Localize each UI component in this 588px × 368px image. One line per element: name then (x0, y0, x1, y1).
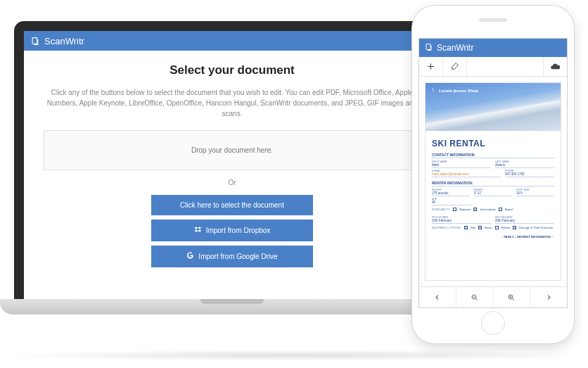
gdrive-button-label: Import from Google Drive (198, 253, 277, 260)
last-name-value: Adams (495, 163, 554, 168)
svg-rect-0 (32, 37, 37, 44)
height-value: 5' 11" (474, 191, 512, 196)
dropbox-button-label: Import from Dropbox (206, 227, 271, 234)
section-contact: CONTACT INFORMATION: (432, 153, 554, 158)
phone-app-name: ScanWritr (437, 43, 473, 53)
document-hero: Lorem Ipsum Shop (426, 83, 561, 131)
phone-screen: ScanWritr Lorem Ipsum Shop (418, 38, 568, 308)
ability-label: SKIING ABILITY: (432, 208, 450, 211)
dropbox-icon (194, 226, 202, 235)
phone-bottom-toolbar (419, 286, 567, 307)
opt-helmet: Helmet (501, 226, 511, 229)
cloud-button[interactable] (543, 57, 567, 76)
opt-boots: Boots (485, 226, 492, 229)
foot-value: 10.5 (516, 191, 554, 196)
scanwritr-logo-icon (31, 37, 40, 46)
document-viewport[interactable]: Lorem Ipsum Shop SKI RENTAL CONTACT INFO… (419, 77, 567, 286)
checkbox-expert (499, 208, 502, 211)
scanwritr-logo-icon (425, 43, 433, 53)
document-body: SKI RENTAL CONTACT INFORMATION: FIRST NA… (426, 131, 561, 243)
dropzone[interactable]: Drop your document here. (44, 130, 421, 170)
import-buttons: Click here to select the document Import… (44, 195, 421, 267)
import-dropbox-button[interactable]: Import from Dropbox (151, 220, 313, 241)
phone-value: 347 354 1750 (505, 172, 554, 177)
laptop-screen: ScanWritr Select your document Click any… (24, 31, 440, 299)
phone-app-header: ScanWritr (419, 39, 567, 57)
hero-brand-text: Lorem Ipsum Shop (439, 88, 478, 93)
checkbox-protection: ✕ (513, 226, 516, 229)
laptop-base (0, 299, 464, 315)
select-button-label: Click here to select the document (180, 201, 284, 209)
laptop-device: ScanWritr Select your document Click any… (14, 21, 450, 315)
phone-toolbar (419, 57, 567, 77)
add-button[interactable] (419, 57, 443, 76)
page-title: Select your document (44, 63, 421, 77)
opt-skis: Skis (471, 226, 476, 229)
zoom-in-button[interactable] (494, 287, 531, 307)
or-separator: Or (44, 179, 421, 186)
app-name: ScanWritr (44, 36, 84, 46)
weight-value: 175 pounds (432, 191, 470, 196)
page-2-link: PAGE 2 – PAYMENT INFORMATION → (432, 235, 554, 239)
prev-page-button[interactable] (419, 287, 456, 307)
checkbox-intermediate: ✕ (473, 208, 477, 211)
checkbox-skis: ✕ (464, 226, 468, 229)
document-preview: Lorem Ipsum Shop SKI RENTAL CONTACT INFO… (425, 82, 561, 281)
equip-label: EQUIPMENT & OPTIONS: (432, 227, 461, 229)
age-value: 45 (432, 201, 472, 205)
pickup-value: 15th February (432, 219, 491, 224)
section-renter: RENTER INFORMATION: (432, 181, 554, 186)
laptop-bezel: ScanWritr Select your document Click any… (14, 21, 450, 299)
document-title: SKI RENTAL (432, 139, 554, 148)
google-icon (186, 252, 194, 261)
opt-expert: Expert (505, 208, 513, 211)
checkbox-boots: ✕ (478, 226, 482, 229)
app-header: ScanWritr (24, 31, 440, 51)
email-value: mark.adams@vanaia.com (432, 172, 501, 177)
erase-button[interactable] (443, 57, 467, 76)
opt-intermediate: Intermediate (480, 208, 495, 211)
hero-brand: Lorem Ipsum Shop (430, 87, 556, 94)
checkbox-helmet (495, 226, 499, 229)
return-value: 25th February (495, 219, 554, 224)
page-description: Click any of the buttons below to select… (44, 87, 421, 119)
import-gdrive-button[interactable]: Import from Google Drive (151, 246, 313, 267)
next-page-button[interactable] (530, 287, 567, 307)
zoom-out-button[interactable] (456, 287, 494, 307)
first-name-value: Mark (432, 163, 491, 168)
opt-protection: Damage & Theft Protection (519, 226, 553, 229)
checkbox-beginner (453, 208, 456, 211)
select-document-button[interactable]: Click here to select the document (151, 195, 313, 215)
app-body: Select your document Click any of the bu… (24, 51, 440, 280)
opt-beginner: Beginner (459, 208, 471, 211)
phone-device: ScanWritr Lorem Ipsum Shop (412, 6, 574, 343)
svg-rect-1 (426, 44, 430, 49)
